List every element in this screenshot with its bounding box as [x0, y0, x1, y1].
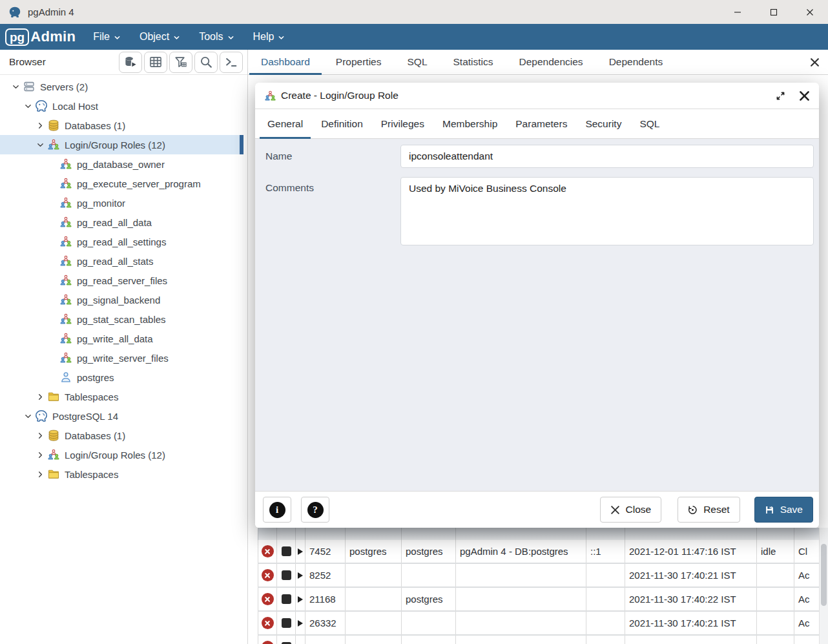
chevron-down-icon[interactable]	[21, 411, 35, 421]
tree-item-databases-1[interactable]: Databases (1)	[0, 116, 243, 135]
menu-help[interactable]: Help	[253, 31, 285, 43]
menu-file-label: File	[93, 31, 110, 43]
tree-item-login-group-roles-12[interactable]: Login/Group Roles (12)	[0, 445, 243, 464]
row-expand-icon[interactable]	[298, 620, 303, 627]
chevron-right-icon[interactable]	[34, 121, 47, 130]
terminate-session-icon[interactable]	[282, 570, 291, 580]
dialog-tab-sql[interactable]: SQL	[630, 109, 668, 138]
tree-item-databases-1[interactable]: Databases (1)	[0, 426, 243, 445]
tree-item-pg-read-server-files[interactable]: pg_read_server_files	[0, 271, 243, 290]
tree-item-label: Login/Group Roles (12)	[65, 450, 165, 461]
tree-item-pg-execute-server-program[interactable]: pg_execute_server_program	[0, 174, 243, 193]
session-application	[456, 588, 586, 610]
tree-item-servers-2[interactable]: Servers (2)	[0, 77, 243, 96]
tree-arrow-spacer	[46, 295, 59, 304]
tab-dependents[interactable]: Dependents	[596, 50, 676, 74]
dialog-tab-membership[interactable]: Membership	[433, 109, 506, 138]
chevron-down-icon[interactable]	[9, 82, 23, 91]
name-input[interactable]	[400, 145, 814, 168]
tree-item-local-host[interactable]: Local Host	[0, 96, 243, 116]
chevron-right-icon[interactable]	[34, 431, 47, 440]
scrollbar-thumb[interactable]	[821, 544, 827, 606]
sql-help-button[interactable]: i	[263, 497, 291, 523]
tree-item-pg-write-all-data[interactable]: pg_write_all_data	[0, 329, 243, 348]
tree-item-pg-read-all-data[interactable]: pg_read_all_data	[0, 213, 243, 232]
session-client	[586, 636, 625, 644]
terminate-session-icon[interactable]	[282, 546, 291, 556]
dialog-tab-general[interactable]: General	[258, 109, 312, 138]
menu-object[interactable]: Object	[140, 31, 180, 43]
close-button[interactable]: Close	[600, 497, 662, 523]
minimize-button[interactable]	[719, 0, 756, 24]
tree-arrow-spacer	[46, 373, 59, 382]
tree-item-tablespaces[interactable]: Tablespaces	[0, 464, 243, 484]
chevron-down-icon[interactable]	[34, 140, 47, 149]
tree-item-postgres[interactable]: postgres	[0, 368, 243, 387]
dialog-close-button[interactable]	[799, 90, 810, 101]
tree-item-pg-signal-backend[interactable]: pg_signal_backend	[0, 290, 243, 309]
chevron-down-icon[interactable]	[21, 101, 35, 110]
menu-file[interactable]: File	[93, 31, 121, 43]
dialog-title: Create - Login/Group Role	[281, 90, 398, 101]
row-expand-icon[interactable]	[298, 572, 303, 579]
sessions-scrollbar[interactable]	[819, 528, 828, 644]
cancel-cell	[258, 540, 277, 563]
maximize-button[interactable]	[756, 0, 792, 24]
maximize-icon	[770, 8, 778, 16]
tree-arrow-spacer	[46, 218, 59, 227]
reset-button[interactable]: Reset	[678, 497, 740, 523]
tree-item-label: pg_read_all_data	[77, 217, 152, 228]
dialog-close-icon	[799, 90, 810, 101]
filtered-rows-button[interactable]	[169, 52, 192, 73]
cancel-query-icon[interactable]	[262, 641, 274, 644]
cancel-query-icon[interactable]	[262, 545, 274, 557]
tree-item-pg-write-server-files[interactable]: pg_write_server_files	[0, 348, 243, 368]
menu-tools[interactable]: Tools	[199, 31, 234, 43]
query-tool-button[interactable]	[119, 52, 142, 73]
session-backend-start: 2021-11-30 17:40:21 IST	[625, 564, 757, 587]
tree-item-tablespaces[interactable]: Tablespaces	[0, 387, 243, 406]
tab-statistics[interactable]: Statistics	[440, 50, 506, 74]
tab-dashboard[interactable]: Dashboard	[248, 50, 323, 74]
cancel-query-icon[interactable]	[262, 569, 274, 581]
tab-dependencies[interactable]: Dependencies	[506, 50, 596, 74]
tab-properties[interactable]: Properties	[323, 50, 395, 74]
cancel-query-icon[interactable]	[262, 593, 274, 605]
dialog-tab-security[interactable]: Security	[576, 109, 630, 138]
tree-item-pg-database-owner[interactable]: pg_database_owner	[0, 154, 243, 174]
dialog-help-button[interactable]: ?	[301, 497, 329, 523]
dialog-header[interactable]: Create - Login/Group Role	[255, 83, 819, 109]
tab-sql[interactable]: SQL	[394, 50, 440, 74]
dialog-tab-parameters[interactable]: Parameters	[506, 109, 576, 138]
cancel-query-icon[interactable]	[262, 617, 274, 629]
row-expand-icon[interactable]	[298, 548, 303, 555]
tree-item-postgresql-14[interactable]: PostgreSQL 14	[0, 406, 243, 426]
tree-item-login-group-roles-12[interactable]: Login/Group Roles (12)	[0, 135, 243, 154]
session-backend-start: 2021-11-30 17:40:21 IST	[625, 612, 757, 634]
chevron-right-icon[interactable]	[34, 392, 47, 401]
dialog-expand-button[interactable]	[775, 90, 786, 101]
header-cell	[277, 528, 296, 540]
panel-close-icon[interactable]	[810, 57, 820, 67]
save-icon	[765, 505, 774, 515]
row-expand-icon[interactable]	[298, 596, 303, 603]
close-window-button[interactable]	[792, 0, 828, 24]
dialog-tab-privileges[interactable]: Privileges	[372, 109, 433, 138]
comments-textarea[interactable]: Used by MiVoice Business Console	[400, 177, 814, 245]
tree-item-pg-read-all-settings[interactable]: pg_read_all_settings	[0, 232, 243, 251]
terminate-session-icon[interactable]	[282, 618, 291, 628]
tree-item-pg-read-all-stats[interactable]: pg_read_all_stats	[0, 251, 243, 271]
tree-item-label: pg_read_all_stats	[77, 256, 153, 267]
filtered-rows-icon	[174, 55, 188, 69]
terminate-session-icon[interactable]	[282, 594, 291, 604]
chevron-right-icon[interactable]	[34, 450, 47, 459]
view-data-button[interactable]	[144, 52, 167, 73]
chevron-right-icon[interactable]	[34, 470, 47, 479]
tree-item-pg-monitor[interactable]: pg_monitor	[0, 193, 243, 213]
psql-tool-button[interactable]	[220, 52, 243, 73]
search-objects-button[interactable]	[194, 52, 218, 73]
save-button[interactable]: Save	[754, 497, 813, 523]
dialog-tab-definition[interactable]: Definition	[312, 109, 372, 138]
tree-item-pg-stat-scan-tables[interactable]: pg_stat_scan_tables	[0, 309, 243, 329]
pgadmin-window: pgAdmin 4 pg Admin FileObjectToolsHelp B…	[0, 0, 828, 644]
